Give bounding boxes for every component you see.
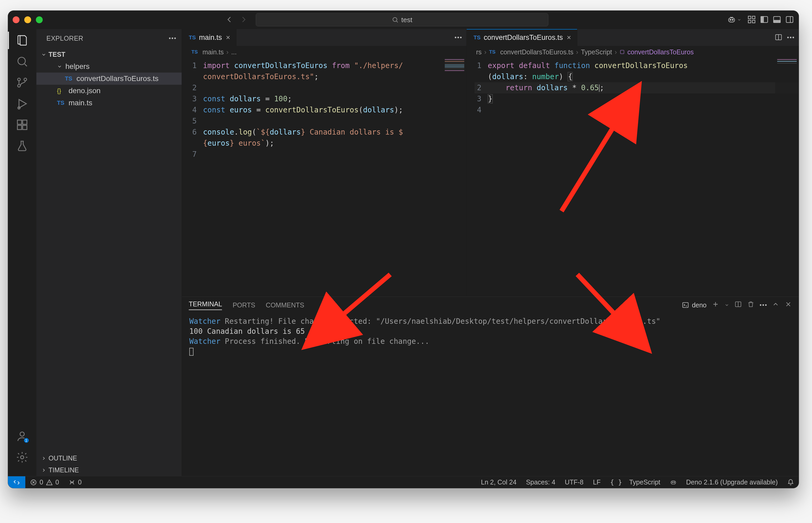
activity-extensions[interactable] [16, 118, 29, 131]
split-terminal-button[interactable] [735, 301, 742, 309]
project-root[interactable]: TEST [36, 49, 182, 60]
chevron-down-icon [57, 64, 62, 69]
status-eol[interactable]: LF [588, 479, 605, 486]
split-editor-button[interactable] [775, 33, 782, 42]
typescript-icon: TS [57, 100, 65, 106]
warning-icon [46, 479, 53, 486]
toggle-panel-button[interactable] [772, 15, 781, 25]
svg-point-24 [21, 456, 24, 459]
layout-customize-button[interactable] [747, 15, 756, 25]
crumb: TypeScript [581, 48, 612, 56]
activity-explorer[interactable] [16, 34, 29, 47]
svg-rect-7 [752, 20, 755, 23]
close-panel-button[interactable] [785, 301, 792, 309]
nav-back-button[interactable] [225, 15, 233, 24]
folder-helpers[interactable]: helpers [36, 60, 182, 73]
svg-rect-1 [729, 18, 735, 22]
activity-source-control[interactable] [16, 76, 29, 89]
tab-main-ts[interactable]: TS main.ts [182, 29, 237, 46]
crumb: convertDollarsToEuros [627, 48, 694, 56]
files-icon [16, 34, 29, 47]
status-indent[interactable]: Spaces: 4 [521, 479, 560, 486]
terminal-output[interactable]: Watcher Restarting! File change detected… [182, 313, 799, 476]
code-editor-left[interactable]: 1import convertDollarsToEuros from "./he… [182, 58, 466, 296]
remote-button[interactable] [8, 476, 25, 488]
editor-more-button[interactable] [455, 37, 461, 38]
copilot-icon [670, 479, 677, 486]
nav-forward-button[interactable] [239, 15, 248, 24]
panel-tab-terminal[interactable]: TERMINAL [189, 300, 222, 310]
minimap[interactable] [442, 58, 466, 296]
activity-accounts[interactable]: 1 [16, 430, 29, 443]
file-label: convertDollarsToEuros.ts [76, 74, 158, 83]
chevron-down-icon [737, 18, 741, 22]
timeline-section[interactable]: TIMELINE [36, 464, 182, 476]
svg-point-34 [672, 482, 673, 483]
panel-tab-comments[interactable]: COMMENTS [266, 301, 304, 309]
svg-rect-20 [17, 125, 22, 130]
toggle-primary-sidebar-button[interactable] [760, 15, 769, 25]
status-problems[interactable]: 0 0 [25, 479, 64, 486]
status-encoding[interactable]: UTF-8 [560, 479, 588, 486]
status-copilot[interactable] [665, 479, 681, 486]
plus-icon [712, 301, 719, 308]
svg-rect-27 [620, 50, 624, 54]
svg-point-35 [674, 482, 674, 483]
svg-rect-5 [752, 16, 755, 19]
kill-terminal-button[interactable] [747, 301, 755, 309]
activity-search[interactable] [16, 55, 29, 68]
outline-section[interactable]: OUTLINE [36, 452, 182, 464]
timeline-label: TIMELINE [49, 466, 79, 474]
svg-point-32 [72, 482, 73, 483]
copilot-button[interactable] [727, 15, 741, 24]
status-notifications[interactable] [782, 479, 799, 486]
maximize-panel-button[interactable] [772, 301, 779, 309]
minimap[interactable] [775, 58, 799, 296]
svg-point-15 [18, 78, 20, 81]
panel-tab-ports[interactable]: PORTS [232, 301, 255, 309]
activity-testing[interactable] [16, 139, 29, 152]
crumb: ... [231, 48, 237, 56]
new-terminal-button[interactable] [712, 301, 719, 309]
activity-run-debug[interactable] [16, 97, 29, 110]
symbol-function-icon [620, 49, 625, 55]
file-deno-json[interactable]: {} deno.json [36, 85, 182, 97]
minimize-window-button[interactable] [24, 16, 31, 23]
status-cursor-pos[interactable]: Ln 2, Col 24 [476, 479, 521, 486]
crumb: convertDollarsToEuros.ts [500, 48, 573, 56]
breadcrumbs-left[interactable]: TS main.ts › ... [182, 46, 466, 58]
close-window-button[interactable] [13, 16, 19, 23]
explorer-sidebar: EXPLORER TEST helpers TS convertDollarsT… [36, 29, 182, 476]
status-ports[interactable]: 0 [64, 479, 87, 486]
editor-more-button[interactable] [787, 37, 794, 38]
chevron-down-icon [724, 303, 729, 307]
file-label: deno.json [69, 87, 100, 95]
terminal-dropdown-button[interactable] [724, 301, 729, 309]
svg-rect-22 [23, 120, 27, 124]
remote-icon [13, 479, 20, 486]
toggle-secondary-sidebar-button[interactable] [785, 15, 794, 25]
code-editor-right[interactable]: 1export default function convertDollarsT… [467, 58, 799, 296]
fullscreen-window-button[interactable] [36, 16, 43, 23]
breadcrumbs-right[interactable]: rs › TS convertDollarsToEuros.ts › TypeS… [467, 46, 799, 58]
command-center[interactable]: test [256, 13, 548, 26]
close-icon[interactable] [225, 35, 231, 40]
explorer-more-button[interactable] [169, 37, 176, 39]
svg-point-16 [18, 85, 20, 87]
explorer-title: EXPLORER [46, 35, 83, 42]
activity-settings[interactable] [16, 451, 29, 464]
layout-grid-icon [747, 15, 756, 24]
svg-rect-21 [23, 125, 27, 130]
status-deno[interactable]: Deno 2.1.6 (Upgrade available) [681, 479, 782, 486]
tab-convert-dollars[interactable]: TS convertDollarsToEuros.ts [467, 29, 578, 46]
file-main-ts[interactable]: TS main.ts [36, 97, 182, 109]
terminal-shell-label[interactable]: deno [682, 301, 706, 309]
terminal-more-button[interactable] [760, 304, 767, 306]
tab-label: convertDollarsToEuros.ts [484, 34, 563, 42]
close-icon[interactable] [566, 35, 572, 40]
panel-left-icon [760, 15, 769, 24]
svg-point-23 [20, 432, 24, 436]
copilot-icon [727, 15, 736, 24]
file-convert-dollars[interactable]: TS convertDollarsToEuros.ts [36, 73, 182, 85]
status-language[interactable]: { } TypeScript [605, 479, 665, 486]
